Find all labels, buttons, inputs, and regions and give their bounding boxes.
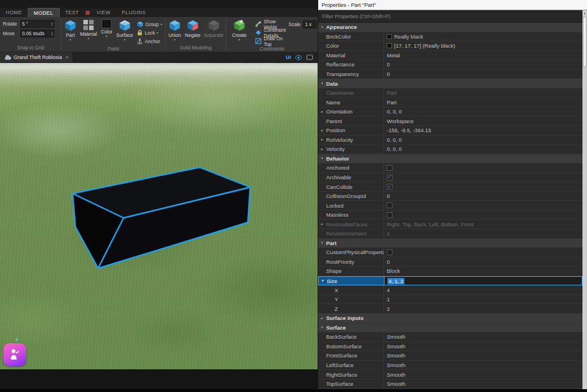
property-value[interactable] xyxy=(383,163,582,172)
tab-view[interactable]: VIEW xyxy=(91,8,116,17)
viewport-3d[interactable]: + xyxy=(0,63,318,369)
section-surface-inputs[interactable]: ▸Surface Inputs xyxy=(318,314,582,323)
property-value[interactable]: 1 xyxy=(383,229,582,238)
property-value[interactable]: 2 xyxy=(383,304,582,313)
chevron-down-icon[interactable]: ▾ xyxy=(318,323,326,332)
size-edit-text[interactable]: 4, 1, 2 xyxy=(387,278,404,284)
property-value[interactable]: Metal xyxy=(383,51,582,60)
properties-scrollbar[interactable]: ▲ xyxy=(582,10,587,392)
dropdown-arrow-icon[interactable]: ▾ xyxy=(88,37,90,40)
checkbox-unchecked[interactable] xyxy=(387,203,392,208)
property-value[interactable]: Smooth xyxy=(383,380,582,389)
property-value[interactable]: 0, 0, 0 xyxy=(383,107,582,116)
property-row-rightsurface[interactable]: RightSurfaceSmooth xyxy=(318,370,582,380)
property-value[interactable] xyxy=(383,248,582,257)
negate-button[interactable]: Negate xyxy=(183,17,202,38)
chevron-right-icon[interactable]: ▸ xyxy=(318,314,326,323)
section-behavior[interactable]: ▾Behavior xyxy=(318,154,582,164)
dropdown-arrow-icon[interactable]: ▾ xyxy=(174,39,176,41)
property-row-transparency[interactable]: Transparency0 xyxy=(318,70,582,79)
filter-properties-input[interactable] xyxy=(321,13,580,20)
property-value[interactable]: Workspace xyxy=(383,116,582,125)
property-row-reflectance[interactable]: Reflectance0 xyxy=(318,60,582,70)
group-button[interactable]: Group ▾ xyxy=(134,20,165,28)
property-row-brickcolor[interactable]: BrickColorReally black xyxy=(318,32,582,42)
tab-test[interactable]: TEST xyxy=(60,8,85,17)
property-row-leftsurface[interactable]: LeftSurfaceSmooth xyxy=(318,361,582,370)
surface-button[interactable]: Surface ▾ xyxy=(115,17,134,41)
avatar-button[interactable] xyxy=(3,343,26,366)
dropdown-arrow-icon[interactable]: ▾ xyxy=(106,35,108,38)
tab-home[interactable]: HOME xyxy=(0,8,28,17)
property-row-velocity[interactable]: ▸Velocity0, 0, 0 xyxy=(318,145,582,154)
collapse-arrow-icon[interactable]: ▾ xyxy=(319,277,327,285)
property-value[interactable]: 0 xyxy=(383,60,582,69)
property-value[interactable]: 4, 1, 2 xyxy=(384,277,582,285)
tab-plugins[interactable]: PLUGINS xyxy=(116,8,151,17)
property-row-backsurface[interactable]: BackSurfaceSmooth xyxy=(318,332,582,342)
property-row-name[interactable]: NamePart xyxy=(318,98,582,107)
chevron-down-icon[interactable]: ▾ xyxy=(318,79,326,88)
property-value[interactable]: 0, 0, 0 xyxy=(383,136,582,145)
property-row-position[interactable]: ▸Position-156, -9.5, -364.15 xyxy=(318,126,582,136)
property-value[interactable]: Really black xyxy=(383,32,582,41)
spinner-arrows-icon[interactable]: ▴▾ xyxy=(51,22,53,26)
expand-arrow-icon[interactable]: ▸ xyxy=(318,136,326,145)
property-row-locked[interactable]: Locked xyxy=(318,201,582,210)
property-row-collisiongroupid[interactable]: CollisionGroupId0 xyxy=(318,192,582,201)
property-value[interactable]: 0, 0, 0 xyxy=(383,145,582,154)
property-value[interactable]: [17, 17, 17] (Really black) xyxy=(383,41,582,50)
union-button[interactable]: Union ▾ xyxy=(166,17,183,41)
checkbox-checked[interactable]: ✓ xyxy=(387,175,392,180)
tab-model[interactable]: MODEL xyxy=(28,8,60,17)
property-row-topsurface[interactable]: TopSurfaceSmooth xyxy=(318,380,582,389)
tab-grand-theft-robloxia[interactable]: Grand Theft Robloxia × xyxy=(0,52,73,62)
color-swatch[interactable] xyxy=(387,34,392,39)
color-button[interactable]: Color ▾ xyxy=(98,17,115,38)
property-value[interactable]: 0 xyxy=(383,192,582,201)
property-row-classname[interactable]: ClassNamePart xyxy=(318,88,582,98)
property-row-size[interactable]: ▾Size4, 1, 2 xyxy=(318,276,582,286)
device-emulation-icon[interactable] xyxy=(306,54,313,61)
section-surface[interactable]: ▾Surface xyxy=(318,323,582,333)
property-value[interactable]: -156, -9.5, -364.15 xyxy=(383,126,582,135)
property-row-anchored[interactable]: Anchored xyxy=(318,163,582,173)
property-value[interactable]: 1 xyxy=(383,295,582,304)
material-button[interactable]: Material ▾ xyxy=(79,17,98,40)
scrollbar-thumb[interactable] xyxy=(583,17,586,67)
part-button[interactable]: Part ▾ xyxy=(62,17,79,41)
property-row-customphysicalproperties[interactable]: CustomPhysicalProperties xyxy=(318,248,582,258)
property-value[interactable]: Smooth xyxy=(383,342,582,351)
property-row-z[interactable]: Z2 xyxy=(318,304,582,314)
property-row-rotvelocity[interactable]: ▸RotVelocity0, 0, 0 xyxy=(318,136,582,145)
property-value[interactable]: Part xyxy=(383,88,582,98)
property-row-parent[interactable]: ParentWorkspace xyxy=(318,116,582,126)
property-row-y[interactable]: Y1 xyxy=(318,295,582,305)
move-input[interactable]: 0.05 studs ▴▾ xyxy=(20,29,54,37)
lock-button[interactable]: Lock ▾ xyxy=(134,28,165,37)
property-row-color[interactable]: Color[17, 17, 17] (Really black) xyxy=(318,41,582,51)
property-value[interactable] xyxy=(383,210,582,220)
color-swatch[interactable] xyxy=(387,43,392,48)
chevron-down-icon[interactable]: ▾ xyxy=(318,154,326,163)
dropdown-arrow-icon[interactable]: ▾ xyxy=(69,39,71,41)
checkbox-checked[interactable]: ✓ xyxy=(387,184,392,189)
rotate-input[interactable]: 5 ° ▴▾ xyxy=(20,20,54,28)
dropdown-arrow-icon[interactable]: ▾ xyxy=(157,31,158,35)
property-value[interactable]: Part xyxy=(383,98,582,107)
property-value[interactable]: Smooth xyxy=(383,351,582,360)
scale-dropdown[interactable]: 1 x xyxy=(303,20,316,28)
chevron-down-icon[interactable]: ▾ xyxy=(318,239,326,248)
expand-arrow-icon[interactable]: ▸ xyxy=(318,145,326,154)
draw-on-top-toggle[interactable]: Draw On Top xyxy=(254,37,289,45)
scroll-up-icon[interactable]: ▲ xyxy=(582,10,587,16)
checkbox-unchecked[interactable] xyxy=(387,212,392,218)
property-value[interactable]: Smooth xyxy=(383,332,582,342)
ui-visibility-label[interactable]: UI xyxy=(286,54,291,60)
property-value[interactable] xyxy=(383,201,582,210)
property-value[interactable]: 0 xyxy=(383,258,582,267)
eye-icon[interactable] xyxy=(295,55,302,60)
section-appearance[interactable]: ▾Appearance xyxy=(318,23,582,32)
checkbox-unchecked[interactable] xyxy=(387,165,392,171)
property-row-x[interactable]: X4 xyxy=(318,285,582,295)
